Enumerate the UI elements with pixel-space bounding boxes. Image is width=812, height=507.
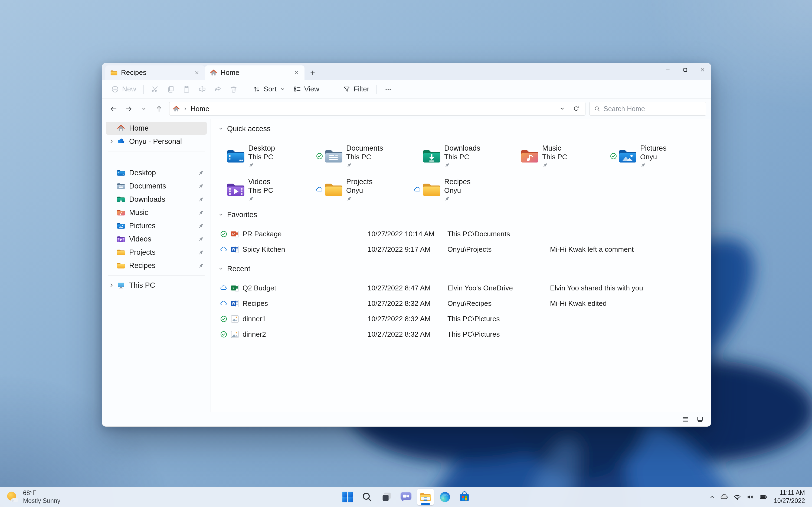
- file-name: dinner2: [243, 330, 367, 339]
- start-button[interactable]: [339, 489, 356, 505]
- taskbar-search-button[interactable]: [359, 489, 375, 505]
- weather-widget[interactable]: 68°F Mostly Sunny: [0, 487, 60, 507]
- network-button[interactable]: [733, 493, 741, 501]
- sidebar-item-videos[interactable]: Videos: [106, 233, 207, 245]
- more-options-button[interactable]: [380, 82, 396, 96]
- view-button[interactable]: View: [290, 82, 323, 96]
- section-recent[interactable]: Recent: [218, 264, 711, 273]
- refresh-button[interactable]: [570, 103, 582, 114]
- task-view-button[interactable]: [378, 489, 395, 505]
- search-box[interactable]: [589, 102, 706, 116]
- pin-icon: [198, 223, 204, 229]
- desktop: Recipes Home New: [0, 0, 812, 507]
- tile-pictures[interactable]: Pictures Onyu: [610, 139, 708, 173]
- sync-check-icon: [610, 153, 617, 160]
- file-row-pr-package[interactable]: PR Package 10/27/2022 10:14 AM This PC\D…: [218, 226, 711, 242]
- recent-locations-button[interactable]: [137, 102, 150, 115]
- close-tab-icon[interactable]: [292, 68, 301, 77]
- sync-check-icon: [220, 315, 227, 323]
- file-row-spicy-kitchen[interactable]: Spicy Kitchen 10/27/2022 9:17 AM Onyu\Pr…: [218, 242, 711, 257]
- ellipsis-icon: [384, 85, 392, 93]
- command-toolbar: New Sort View Filter: [102, 80, 711, 99]
- sidebar-item-recipes[interactable]: Recipes: [106, 259, 207, 272]
- section-title: Favorites: [227, 211, 257, 219]
- plus-icon: [310, 70, 316, 76]
- chevron-right-icon[interactable]: [108, 138, 115, 145]
- edge-button[interactable]: [437, 489, 453, 505]
- file-explorer-button[interactable]: [417, 489, 434, 505]
- file-row-q2-budget[interactable]: Q2 Budget 10/27/2022 8:47 AM Elvin Yoo's…: [218, 280, 711, 296]
- tile-documents[interactable]: Documents This PC: [316, 139, 414, 173]
- tile-music[interactable]: Music This PC: [512, 139, 610, 173]
- large-thumbnails-view-button[interactable]: [694, 414, 706, 425]
- onedrive-tray-button[interactable]: [720, 493, 728, 501]
- weather-condition: Mostly Sunny: [23, 497, 60, 505]
- sidebar-label: Home: [129, 124, 204, 132]
- sidebar-item-desktop[interactable]: Desktop: [106, 166, 207, 179]
- tile-videos[interactable]: Videos This PC: [218, 173, 316, 206]
- store-button[interactable]: [456, 489, 473, 505]
- sidebar-item-documents[interactable]: Documents: [106, 179, 207, 192]
- section-quick-access[interactable]: Quick access: [218, 124, 711, 133]
- clock-date: 10/27/2022: [774, 497, 805, 505]
- pin-icon: [198, 236, 204, 242]
- sidebar-item-this-pc[interactable]: This PC: [106, 279, 207, 292]
- active-app-indicator: [421, 503, 430, 505]
- sidebar-item-pictures[interactable]: Pictures: [106, 219, 207, 232]
- clock[interactable]: 11:11 AM 10/27/2022: [774, 489, 805, 505]
- copy-button[interactable]: [163, 82, 179, 96]
- refresh-icon: [573, 105, 579, 112]
- delete-button[interactable]: [226, 82, 241, 96]
- up-button[interactable]: [152, 102, 165, 115]
- chevron-right-icon[interactable]: [108, 282, 115, 289]
- file-row-dinner1[interactable]: dinner1 10/27/2022 8:32 AM This PC\Pictu…: [218, 311, 711, 327]
- volume-button[interactable]: [746, 493, 754, 501]
- section-favorites[interactable]: Favorites: [218, 210, 711, 219]
- breadcrumb[interactable]: Home: [191, 105, 209, 113]
- hidden-icons-button[interactable]: [709, 494, 715, 500]
- home-icon: [173, 105, 180, 112]
- maximize-button[interactable]: [676, 63, 694, 76]
- image-file-icon: [230, 330, 240, 339]
- pin-icon: [198, 263, 204, 269]
- file-date: 10/27/2022 8:32 AM: [367, 330, 447, 339]
- chat-button[interactable]: [398, 489, 414, 505]
- tile-downloads[interactable]: Downloads This PC: [414, 139, 512, 173]
- sidebar-item-home[interactable]: Home: [106, 122, 207, 135]
- tile-recipes[interactable]: Recipes Onyu: [414, 173, 512, 206]
- address-bar[interactable]: Home: [169, 102, 586, 116]
- sidebar-item-onedrive[interactable]: Onyu - Personal: [106, 135, 207, 148]
- paste-button[interactable]: [179, 82, 194, 96]
- sidebar-item-downloads[interactable]: Downloads: [106, 193, 207, 206]
- sidebar-label: Onyu - Personal: [129, 137, 204, 146]
- back-button[interactable]: [107, 102, 120, 115]
- close-icon: [700, 67, 705, 73]
- file-row-recipes[interactable]: Recipes 10/27/2022 8:32 AM Onyu\Recipes …: [218, 296, 711, 311]
- tile-desktop[interactable]: Desktop This PC: [218, 139, 316, 173]
- forward-button[interactable]: [122, 102, 135, 115]
- new-button[interactable]: New: [107, 82, 140, 96]
- tab-home[interactable]: Home: [205, 65, 305, 80]
- maximize-icon: [682, 67, 688, 73]
- tab-recipes[interactable]: Recipes: [105, 65, 205, 80]
- minimize-button[interactable]: [659, 63, 676, 76]
- file-row-dinner2[interactable]: dinner2 10/27/2022 8:32 AM This PC\Pictu…: [218, 327, 711, 342]
- close-button[interactable]: [694, 63, 711, 76]
- sidebar-label: This PC: [129, 281, 204, 290]
- details-view-button[interactable]: [679, 414, 692, 425]
- pin-icon: [198, 170, 204, 176]
- cut-button[interactable]: [148, 82, 163, 96]
- battery-button[interactable]: [759, 493, 767, 501]
- search-input[interactable]: [604, 105, 702, 113]
- sync-check-icon: [316, 153, 323, 160]
- filter-button[interactable]: Filter: [339, 82, 373, 96]
- share-button[interactable]: [210, 82, 225, 96]
- close-tab-icon[interactable]: [192, 68, 202, 77]
- address-dropdown-button[interactable]: [557, 103, 568, 114]
- rename-button[interactable]: [195, 82, 210, 96]
- sort-button[interactable]: Sort: [249, 82, 289, 96]
- sidebar-item-music[interactable]: Music: [106, 206, 207, 219]
- new-tab-button[interactable]: [307, 67, 318, 79]
- sidebar-item-projects[interactable]: Projects: [106, 246, 207, 259]
- tile-projects[interactable]: Projects Onyu: [316, 173, 414, 206]
